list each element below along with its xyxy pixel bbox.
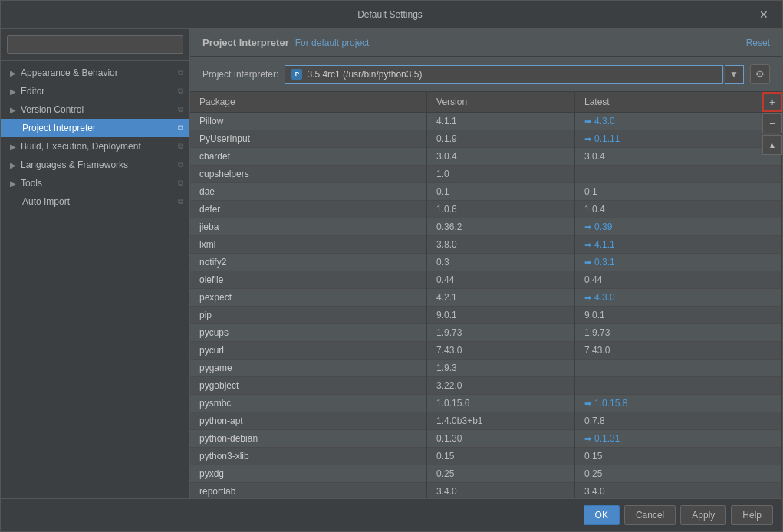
sidebar-item-tools[interactable]: ▶Tools⧉ — [1, 174, 189, 192]
package-name: chardet — [190, 148, 427, 166]
package-latest: 0.7.8 — [574, 412, 781, 430]
help-button[interactable]: Help — [731, 505, 773, 525]
interpreter-settings-button[interactable]: ⚙ — [750, 64, 770, 84]
table-row[interactable]: python3-xlib0.150.15 — [190, 448, 782, 465]
table-row[interactable]: reportlab3.4.03.4.0 — [190, 483, 782, 499]
sidebar-search-container — [1, 29, 189, 61]
table-row[interactable]: pycurl7.43.07.43.0 — [190, 342, 782, 360]
package-name: python-apt — [190, 412, 427, 430]
table-row[interactable]: pyxdg0.250.25 — [190, 465, 782, 483]
package-version: 3.8.0 — [427, 236, 575, 254]
table-row[interactable]: Pillow4.1.1➡4.3.0 — [190, 113, 782, 130]
table-row[interactable]: PyUserInput0.1.9➡0.1.11 — [190, 130, 782, 148]
table-row[interactable]: python-debian0.1.30➡0.1.31 — [190, 430, 782, 448]
package-latest: 7.43.0 — [574, 342, 781, 360]
sidebar-item-appearance[interactable]: ▶Appearance & Behavior⧉ — [1, 64, 189, 82]
sidebar-item-left-project-interpreter: Project Interpreter — [10, 123, 96, 133]
package-version: 3.0.4 — [427, 148, 575, 166]
interpreter-dropdown-button[interactable]: ▼ — [725, 65, 744, 84]
col-version[interactable]: Version — [427, 92, 575, 113]
sidebar-item-left-languages: ▶Languages & Frameworks — [10, 159, 128, 170]
close-button[interactable]: ✕ — [755, 7, 773, 22]
sidebar-item-label-appearance: Appearance & Behavior — [21, 67, 118, 78]
table-row[interactable]: pygobject3.22.0 — [190, 377, 782, 395]
col-latest[interactable]: Latest — [574, 92, 781, 113]
package-name: pyxdg — [190, 465, 427, 483]
table-row[interactable]: olefile0.440.44 — [190, 271, 782, 289]
package-latest: ➡0.3.1 — [574, 254, 781, 271]
package-latest: 9.0.1 — [574, 307, 781, 324]
package-latest: ➡0.1.31 — [574, 430, 781, 448]
sidebar-item-label-version-control: Version Control — [21, 104, 84, 115]
sidebar-item-build[interactable]: ▶Build, Execution, Deployment⧉ — [1, 137, 189, 156]
package-name: pycups — [190, 324, 427, 342]
expand-icon-editor: ▶ — [10, 87, 16, 96]
python-icon: P — [291, 69, 302, 80]
package-name: jieba — [190, 218, 427, 236]
sidebar-items: ▶Appearance & Behavior⧉▶Editor⧉▶Version … — [1, 61, 189, 498]
expand-icon-tools: ▶ — [10, 179, 16, 188]
add-package-button[interactable]: + — [762, 92, 782, 112]
package-version: 4.1.1 — [427, 113, 575, 130]
table-row[interactable]: notify20.3➡0.3.1 — [190, 254, 782, 271]
table-row[interactable]: python-apt1.4.0b3+b10.7.8 — [190, 412, 782, 430]
main-content: ▶Appearance & Behavior⧉▶Editor⧉▶Version … — [1, 29, 782, 498]
package-latest: 1.9.73 — [574, 324, 781, 342]
sidebar-item-left-build: ▶Build, Execution, Deployment — [10, 141, 141, 152]
interpreter-select[interactable]: P 3.5.4rc1 (/usr/bin/python3.5) — [285, 65, 723, 84]
sidebar-item-auto-import[interactable]: Auto Import⧉ — [1, 192, 189, 211]
sidebar-item-label-project-interpreter: Project Interpreter — [22, 123, 96, 133]
apply-button[interactable]: Apply — [680, 505, 726, 525]
package-latest: 0.25 — [574, 465, 781, 483]
sidebar-item-project-interpreter[interactable]: Project Interpreter⧉ — [1, 119, 189, 137]
package-name: pygobject — [190, 377, 427, 395]
package-latest: ➡4.3.0 — [574, 113, 781, 130]
upgrade-version-text: 4.3.0 — [594, 116, 615, 126]
package-name: cupshelpers — [190, 166, 427, 183]
col-package[interactable]: Package — [190, 92, 427, 113]
upgrade-version-text: 0.3.1 — [594, 257, 615, 268]
panel-header-left: Project Interpreter For default project — [202, 37, 369, 48]
sidebar-item-editor[interactable]: ▶Editor⧉ — [1, 82, 189, 100]
sidebar-item-version-control[interactable]: ▶Version Control⧉ — [1, 100, 189, 119]
copy-icon-project-interpreter: ⧉ — [178, 123, 183, 133]
copy-icon-version-control: ⧉ — [178, 105, 183, 114]
package-version: 7.43.0 — [427, 342, 575, 360]
table-row[interactable]: jieba0.36.2➡0.39 — [190, 218, 782, 236]
panel-subtitle[interactable]: For default project — [295, 38, 370, 48]
sidebar-item-left-version-control: ▶Version Control — [10, 104, 84, 115]
title-bar: Default Settings ✕ — [1, 1, 782, 29]
remove-package-button[interactable]: − — [762, 113, 782, 133]
sidebar-item-languages[interactable]: ▶Languages & Frameworks⧉ — [1, 156, 189, 174]
table-row[interactable]: pysmbc1.0.15.6➡1.0.15.8 — [190, 395, 782, 412]
search-input[interactable] — [7, 35, 183, 54]
package-latest: ➡0.1.11 — [574, 130, 781, 148]
package-latest: 0.1 — [574, 183, 781, 201]
table-row[interactable]: defer1.0.61.0.4 — [190, 201, 782, 218]
table-row[interactable]: dae0.10.1 — [190, 183, 782, 201]
copy-icon-auto-import: ⧉ — [178, 197, 183, 206]
dialog-title: Default Settings — [25, 9, 755, 20]
ok-button[interactable]: OK — [584, 505, 620, 525]
package-name: Pillow — [190, 113, 427, 130]
up-button[interactable]: ▲ — [762, 135, 782, 155]
interpreter-row: Project Interpreter: P 3.5.4rc1 (/usr/bi… — [190, 57, 782, 92]
upgrade-arrow-icon: ➡ — [584, 222, 591, 232]
table-row[interactable]: pycups1.9.731.9.73 — [190, 324, 782, 342]
table-row[interactable]: pip9.0.19.0.1 — [190, 307, 782, 324]
package-version: 0.1.30 — [427, 430, 575, 448]
package-name: PyUserInput — [190, 130, 427, 148]
reset-button[interactable]: Reset — [746, 38, 770, 48]
packages-panel: Package Version Latest Pillow4.1.1➡4.3.0… — [190, 92, 782, 498]
table-row[interactable]: chardet3.0.43.0.4 — [190, 148, 782, 166]
table-row[interactable]: cupshelpers1.0 — [190, 166, 782, 183]
package-version: 3.22.0 — [427, 377, 575, 395]
table-row[interactable]: lxml3.8.0➡4.1.1 — [190, 236, 782, 254]
package-latest: 3.4.0 — [574, 483, 781, 499]
table-row[interactable]: pygame1.9.3 — [190, 360, 782, 377]
package-version: 1.9.3 — [427, 360, 575, 377]
table-row[interactable]: pexpect4.2.1➡4.3.0 — [190, 289, 782, 307]
cancel-button[interactable]: Cancel — [624, 505, 676, 525]
sidebar: ▶Appearance & Behavior⧉▶Editor⧉▶Version … — [1, 29, 190, 498]
copy-icon-tools: ⧉ — [178, 179, 183, 188]
